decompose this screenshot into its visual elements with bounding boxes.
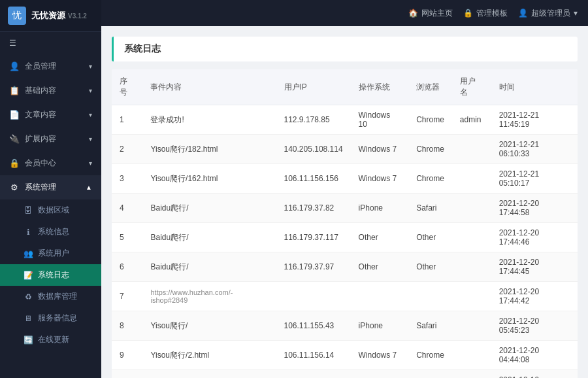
sidebar-item-members[interactable]: 👤 全员管理 ▾ [0,54,101,78]
row-6-cell-2: 116.179.37.97 [276,252,351,282]
chevron-down-icon: ▾ [89,160,92,167]
row-9-cell-6: 2021-12-20 04:44:08 [491,341,578,370]
sidebar-item-file-content[interactable]: 📄 文章内容 ▾ [0,103,101,127]
sidebar-sub-db-manage[interactable]: ♻ 数据库管理 [0,286,101,307]
basic-content-icon: 📋 [9,86,20,95]
table-row: 1登录成功!112.9.178.85Windows 10Chromeadmin2… [112,105,578,135]
row-5-cell-3: Other [351,223,409,252]
row-3-cell-6: 2021-12-21 05:10:17 [491,164,578,194]
row-4-cell-4: Safari [408,194,452,223]
row-4-cell-0: 4 [112,194,142,223]
admin-dropdown[interactable]: 👤 超级管理员 ▾ [518,8,578,19]
update-icon: 🔄 [24,335,33,345]
recycle-icon: ♻ [24,292,33,301]
sidebar-sub-server-info[interactable]: 🖥 服务器信息 [0,307,101,329]
row-2-cell-1: Yisou爬行/182.html [142,135,276,164]
server-icon: 🖥 [24,314,33,323]
row-8-cell-5 [452,311,491,341]
row-1-cell-4: Chrome [408,105,452,135]
table-row: 8Yisou爬行/106.11.155.43iPhoneSafari2021-1… [112,311,578,341]
row-5-cell-0: 5 [112,223,142,252]
row-8-cell-0: 8 [112,311,142,341]
row-2-cell-6: 2021-12-21 06:10:33 [491,135,578,164]
table-row: 5Baidu爬行/116.179.37.117OtherOther2021-12… [112,223,578,252]
row-4-cell-6: 2021-12-20 17:44:58 [491,194,578,223]
row-10-cell-3: Android [351,370,409,379]
col-time: 时间 [491,69,578,105]
chevron-down-icon: ▾ [89,111,92,118]
chevron-down-icon: ▾ [89,87,92,94]
row-1-cell-1: 登录成功! [142,105,276,135]
table-row: 9Yisou爬行/2.html106.11.156.14Windows 7Chr… [112,341,578,370]
row-10-cell-5 [452,370,491,379]
sidebar-item-ext-content[interactable]: 🔌 扩展内容 ▾ [0,127,101,151]
content-area: 系统日志 序号 事件内容 用户IP 操作系统 浏览器 用户名 时间 1登录成功!… [101,26,588,378]
row-3-cell-4: Chrome [408,164,452,194]
row-7-cell-4 [408,282,452,311]
col-os: 操作系统 [351,69,409,105]
sidebar-sub-online-update[interactable]: 🔄 在线更新 [0,329,101,351]
table-row: 2Yisou爬行/182.html140.205.108.114Windows … [112,135,578,164]
row-1-cell-2: 112.9.178.85 [276,105,351,135]
sidebar-toggle[interactable]: ☰ [0,32,101,54]
row-5-cell-4: Other [408,223,452,252]
log-table-container: 序号 事件内容 用户IP 操作系统 浏览器 用户名 时间 1登录成功!112.9… [112,69,578,378]
row-9-cell-1: Yisou爬行/2.html [142,341,276,370]
row-9-cell-2: 106.11.156.14 [276,341,351,370]
sidebar-sub-data-area[interactable]: 🗄 数据区域 [0,199,101,221]
row-9-cell-5 [452,341,491,370]
members-icon: 👤 [9,61,20,71]
website-link[interactable]: 🏠 网站主页 [408,8,453,19]
row-8-cell-1: Yisou爬行/ [142,311,276,341]
row-6-cell-6: 2021-12-20 17:44:45 [491,252,578,282]
page-title: 系统日志 [112,37,578,61]
row-7-cell-1: https://www.huzhan.com/-ishop#2849 [142,282,276,311]
row-6-cell-1: Baidu爬行/ [142,252,276,282]
row-10-cell-6: 2021-12-19 12:50:36 [491,370,578,379]
row-1-cell-0: 1 [112,105,142,135]
logo-icon: 忧 [8,7,26,25]
sidebar: 忧 无忧资源V3.1.2 ☰ 👤 全员管理 ▾ 📋 基础内容 ▾ 📄 文章内容 … [0,0,101,378]
row-6-cell-4: Other [408,252,452,282]
row-2-cell-2: 140.205.108.114 [276,135,351,164]
row-4-cell-1: Baidu爬行/ [142,194,276,223]
col-ip: 用户IP [276,69,351,105]
row-6-cell-5 [452,252,491,282]
row-9-cell-3: Windows 7 [351,341,409,370]
row-10-cell-2: 66.249.71.210 [276,370,351,379]
row-10-cell-1: Google爬行/xingyeqiye/ [142,370,276,379]
row-1-cell-5: admin [452,105,491,135]
sidebar-item-member-center[interactable]: 🔒 会员中心 ▾ [0,151,101,175]
top-header: 🏠 网站主页 🔒 管理模板 👤 超级管理员 ▾ [101,0,588,26]
database-icon: 🗄 [24,206,33,215]
logo-text: 无忧资源V3.1.2 [31,10,87,22]
sidebar-sub-sys-info[interactable]: ℹ 系统信息 [0,221,101,243]
file-icon: 📄 [9,110,20,120]
row-6-cell-0: 6 [112,252,142,282]
sidebar-item-sys-manage[interactable]: ⚙ 系统管理 ▲ [0,175,101,199]
users-icon: 👥 [24,249,33,258]
manage-link[interactable]: 🔒 管理模板 [463,8,508,19]
sidebar-sub-sys-log[interactable]: 📝 系统日志 [0,264,101,286]
log-table: 序号 事件内容 用户IP 操作系统 浏览器 用户名 时间 1登录成功!112.9… [112,69,578,378]
sidebar-sub-sys-users[interactable]: 👥 系统用户 [0,243,101,264]
col-event: 事件内容 [142,69,276,105]
row-3-cell-2: 106.11.156.156 [276,164,351,194]
row-8-cell-2: 106.11.155.43 [276,311,351,341]
row-4-cell-2: 116.179.37.82 [276,194,351,223]
table-row: 4Baidu爬行/116.179.37.82iPhoneSafari2021-1… [112,194,578,223]
col-browser: 浏览器 [408,69,452,105]
chevron-down-icon: ▾ [89,63,92,70]
row-1-cell-6: 2021-12-21 11:45:19 [491,105,578,135]
table-row: 7https://www.huzhan.com/-ishop#28492021-… [112,282,578,311]
info-icon: ℹ [24,228,33,237]
row-7-cell-3 [351,282,409,311]
table-row: 3Yisou爬行/162.html106.11.156.156Windows 7… [112,164,578,194]
main-content: 🏠 网站主页 🔒 管理模板 👤 超级管理员 ▾ 系统日志 序号 事件内容 用户I… [101,0,588,378]
col-user: 用户名 [452,69,491,105]
sidebar-logo: 忧 无忧资源V3.1.2 [0,0,101,32]
chevron-down-icon: ▾ [574,9,578,18]
row-3-cell-0: 3 [112,164,142,194]
row-2-cell-0: 2 [112,135,142,164]
sidebar-item-basic-content[interactable]: 📋 基础内容 ▾ [0,78,101,103]
